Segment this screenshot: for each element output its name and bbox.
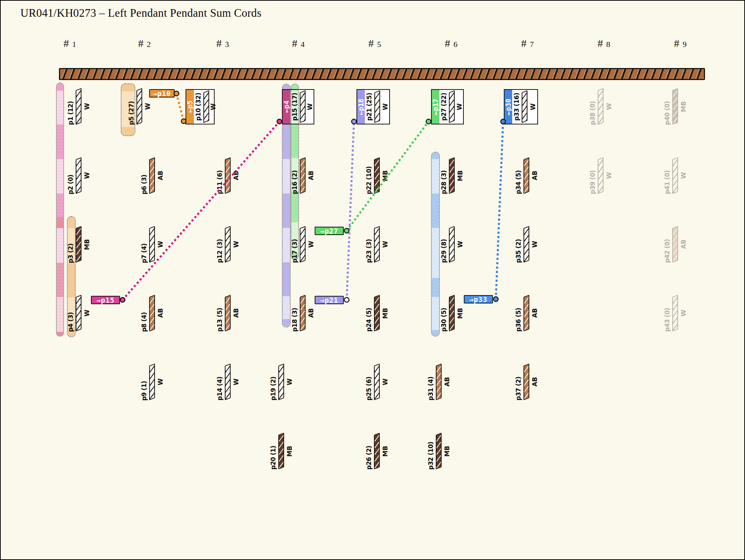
fiber-code-p35: W (530, 227, 539, 262)
cord-bar-icon-p2 (76, 157, 81, 194)
sum-pendant-box-p33: ←p30p33 (16)W (504, 89, 538, 124)
group-header-number: 5 (377, 40, 381, 49)
pendant-label-text: p35 (2) (515, 239, 522, 263)
sum-bar-wrap-p33 (521, 90, 529, 124)
fiber-code-text: W (158, 241, 164, 248)
pendant-label-p39: p39 (0) (588, 141, 597, 194)
group-header-number: 3 (225, 40, 229, 49)
cord-bar-icon-p43 (672, 295, 678, 331)
pendant-label-text: p29 (8) (441, 239, 447, 263)
fiber-code-text: W (530, 103, 536, 110)
band-segment (283, 228, 290, 262)
band-segment (57, 217, 63, 228)
jump-tag-p15: →p15 (91, 296, 120, 304)
fiber-code-text: W (606, 172, 612, 179)
fiber-code-text: W (681, 172, 687, 179)
link-line-p5-to-p10 (176, 94, 184, 121)
fiber-code-text: W (145, 103, 151, 110)
link-endpoint (277, 119, 282, 124)
group-header-hash: # (216, 37, 222, 49)
pendant-label-text: p14 (4) (217, 377, 223, 401)
pendant-label-p22: p22 (10) (364, 141, 374, 194)
fiber-code-text: AB (444, 377, 450, 386)
pendant-label-text: p38 (0) (590, 101, 596, 125)
fiber-code-p23: W (381, 227, 390, 262)
pendant-label-text: p34 (5) (515, 170, 522, 194)
pendant-label-p8: p8 (4) (139, 278, 149, 332)
link-line-p30-to-p33 (496, 122, 503, 299)
cord-bar-icon-p39 (598, 157, 603, 194)
pendant-label-p24: p24 (5) (364, 278, 374, 332)
fiber-code-text: MB (382, 308, 389, 319)
cord-bar-icon-p21 (374, 90, 380, 123)
pendant-label-text: p23 (3) (366, 239, 372, 263)
cord-bar-icon-p42 (672, 226, 678, 263)
sum-fiber-code-p21: W (381, 90, 389, 124)
pendant-label-p23: p23 (3) (364, 210, 374, 263)
pendant-label-text: p8 (4) (141, 312, 147, 332)
fiber-code-p12: W (232, 227, 240, 262)
pendant-label-text: p41 (0) (664, 170, 670, 194)
pendant-label-text: p3 (2) (68, 243, 74, 263)
pendant-label-text: p30 (5) (441, 308, 447, 332)
fiber-code-p28: MB (456, 158, 465, 193)
pendant-label-text: p39 (0) (590, 170, 596, 194)
group-header-6: #6 (422, 37, 480, 49)
fiber-code-p13: AB (232, 296, 240, 330)
link-endpoint (426, 119, 431, 124)
fiber-code-text: AB (158, 308, 164, 318)
band-segment (57, 159, 63, 194)
pendant-label-p13: p13 (5) (215, 278, 224, 332)
sum-pendant-box-p10: ←p5p10 (32)W (186, 89, 215, 124)
band-segment (121, 127, 135, 136)
fiber-code-p26: MB (381, 434, 390, 468)
fiber-code-p1: W (83, 89, 91, 124)
cord-bar-icon-p23 (374, 226, 380, 263)
band-segment (57, 194, 63, 217)
cord-bar-icon-p13 (225, 295, 231, 331)
fiber-code-text: MB (287, 446, 293, 457)
band-segment (432, 194, 439, 228)
cord-bar-icon-p16 (300, 157, 306, 194)
sum-fiber-code-p15: W (307, 90, 314, 124)
sum-bar-wrap-p15 (299, 90, 307, 124)
band-segment (57, 263, 63, 297)
pendant-label-p2: p2 (0) (66, 141, 75, 194)
cord-bar-icon-p22 (374, 157, 380, 194)
band-segment (57, 332, 63, 337)
pendant-label-text: p31 (4) (428, 377, 434, 401)
fiber-code-text: W (307, 103, 313, 110)
cord-bar-icon-p30 (449, 295, 455, 331)
cord-bar-icon-p19 (278, 364, 284, 400)
fiber-code-p32: MB (443, 434, 451, 468)
pendant-label-text: p43 (0) (664, 308, 670, 332)
fiber-code-text: W (84, 103, 90, 110)
group-header-hash: # (598, 37, 603, 49)
pendant-label-text: p37 (2) (515, 377, 522, 401)
cord-bar-icon-p24 (374, 295, 380, 331)
pendant-label-p36: p36 (5) (514, 278, 523, 332)
pendant-label-text: p16 (2) (292, 170, 298, 194)
pendant-label-text: p40 (0) (664, 101, 670, 125)
pendant-label-text: p12 (3) (217, 239, 223, 263)
pendant-label-text: p20 (1) (270, 446, 276, 470)
page-title: UR041/KH0273 – Left Pendant Pendant Sum … (20, 7, 262, 20)
band-segment (432, 152, 439, 159)
cord-bar-icon-p37 (523, 364, 529, 400)
pendant-label-text: p4 (3) (68, 312, 74, 332)
sum-bar-wrap-p21 (374, 90, 381, 124)
cord-bar-icon-p35 (523, 226, 529, 263)
pendant-label-text: p26 (2) (366, 446, 372, 470)
pendant-label-p18: p18 (3) (290, 278, 299, 332)
pendant-label-p5: p5 (27) (127, 72, 136, 125)
cord-bar-icon-p8 (149, 295, 155, 331)
fiber-code-p18: AB (307, 296, 315, 330)
cord-bar-icon-p41 (672, 157, 678, 194)
pendant-label-p17: p17 (3) (290, 210, 299, 263)
link-endpoint (344, 298, 349, 302)
fiber-code-text: W (382, 241, 389, 248)
pendant-label-p3: p3 (2) (66, 210, 75, 263)
fiber-code-p24: MB (381, 296, 390, 330)
cord-bar-icon-p20 (278, 433, 284, 469)
sum-bar-wrap-p27 (449, 90, 456, 124)
